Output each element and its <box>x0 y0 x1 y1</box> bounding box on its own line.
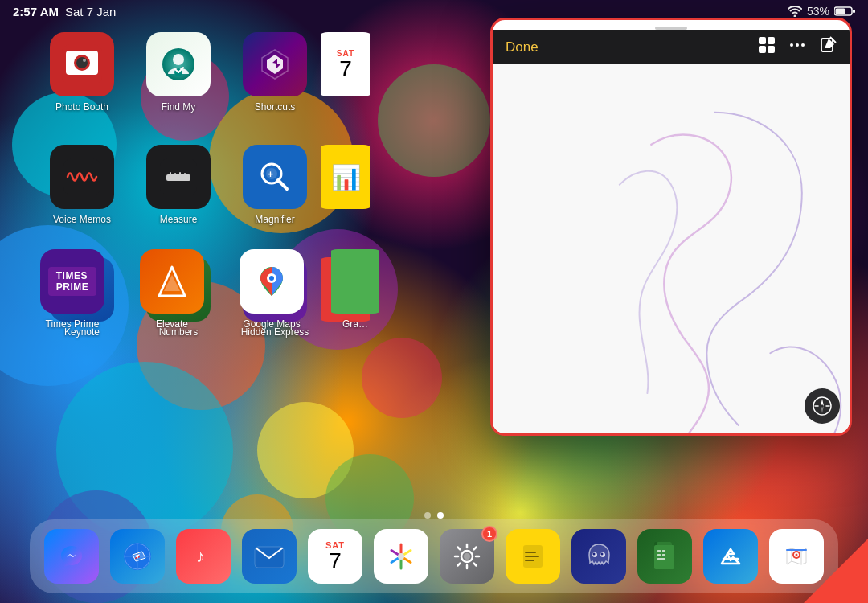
dock-music[interactable]: ♪ <box>176 529 231 584</box>
dock-calendar[interactable]: SAT 7 <box>308 529 362 584</box>
compass-icon <box>812 396 833 416</box>
times-prime-label: Times Prime <box>46 318 100 330</box>
settings-badge: 1 <box>481 526 497 542</box>
svg-point-53 <box>269 276 274 281</box>
panel-toolbar: Done <box>493 30 850 64</box>
wifi-icon <box>788 6 802 17</box>
svg-point-19 <box>76 57 88 68</box>
svg-marker-101 <box>804 539 868 603</box>
dock-settings[interactable]: 1 <box>440 529 494 584</box>
svg-point-74 <box>593 553 596 556</box>
app-partial-4[interactable]: Gra… <box>331 249 379 330</box>
svg-rect-33 <box>179 172 181 176</box>
app-google-maps[interactable]: Google Maps <box>231 249 312 330</box>
calendar-date: 7 <box>329 550 342 572</box>
page-dots <box>424 512 444 519</box>
elevate-app-icon <box>154 264 190 299</box>
elevate-label: Elevate <box>156 318 188 330</box>
find-my-label: Find My <box>162 101 196 113</box>
svg-rect-71 <box>525 560 534 561</box>
sheets-icon <box>637 529 692 584</box>
messenger-icon <box>44 529 99 584</box>
dock-messenger[interactable] <box>44 529 99 584</box>
dock-phantom[interactable] <box>571 529 626 584</box>
notes-panel: Done <box>490 18 852 436</box>
svg-marker-97 <box>821 399 824 406</box>
svg-rect-81 <box>657 554 661 556</box>
svg-marker-98 <box>821 406 824 413</box>
panel-toolbar-icons <box>758 36 837 58</box>
google-maps-label: Google Maps <box>243 318 300 330</box>
magnifier-app-icon: + <box>256 158 293 195</box>
svg-point-20 <box>83 59 86 62</box>
page-dot-2[interactable] <box>437 512 444 519</box>
svg-rect-14 <box>836 9 845 14</box>
svg-rect-70 <box>525 556 539 557</box>
google-maps-app-icon <box>253 263 290 300</box>
svg-rect-87 <box>759 37 766 44</box>
svg-point-67 <box>464 553 470 560</box>
app-magnifier[interactable]: + Magnifier <box>235 145 315 233</box>
dock-notes[interactable] <box>506 529 560 584</box>
svg-rect-34 <box>184 173 186 175</box>
svg-rect-78 <box>654 545 674 569</box>
shortcuts-app-icon <box>257 47 293 82</box>
app-elevate[interactable]: Elevate <box>132 249 212 330</box>
appstore-icon <box>703 529 758 584</box>
dock-safari[interactable] <box>110 529 165 584</box>
music-icon: ♪ <box>176 529 231 584</box>
svg-rect-32 <box>174 173 176 175</box>
svg-text:♪: ♪ <box>196 546 205 566</box>
svg-point-93 <box>801 43 805 47</box>
status-time: 2:57 AM <box>13 5 59 18</box>
app-shortcuts[interactable]: Shortcuts <box>235 32 315 121</box>
app-measure[interactable]: Measure <box>138 145 219 233</box>
compass-button[interactable] <box>805 388 840 424</box>
svg-rect-80 <box>662 550 665 552</box>
svg-line-36 <box>278 180 287 189</box>
svg-point-75 <box>601 553 604 556</box>
app-photo-booth[interactable]: Photo Booth <box>42 32 122 121</box>
shortcuts-label: Shortcuts <box>255 101 296 113</box>
dock-photos[interactable] <box>374 529 428 584</box>
dock: ♪ SAT 7 <box>30 519 838 593</box>
notes-icon <box>506 529 560 584</box>
svg-point-86 <box>796 554 798 556</box>
svg-rect-82 <box>662 554 665 556</box>
magnifier-label: Magnifier <box>255 214 294 225</box>
calendar-icon: SAT 7 <box>308 529 362 584</box>
app-row-4: TIMESPRIME Times Prime Elevate Google Ma… <box>32 249 379 330</box>
safari-icon <box>110 529 165 584</box>
dock-sheets[interactable] <box>637 529 692 584</box>
edit-icon[interactable] <box>819 36 837 58</box>
svg-point-91 <box>790 43 793 47</box>
battery-icon <box>834 6 855 17</box>
app-partial-1[interactable]: SAT 7 <box>321 32 370 121</box>
svg-rect-89 <box>759 46 766 53</box>
grid-view-icon[interactable] <box>758 36 776 58</box>
battery-percentage: 53% <box>807 5 829 18</box>
status-date: Sat 7 Jan <box>65 5 116 18</box>
dock-appstore[interactable] <box>703 529 758 584</box>
app-times-prime[interactable]: TIMESPRIME Times Prime <box>32 249 113 330</box>
svg-rect-83 <box>657 558 665 560</box>
svg-rect-90 <box>768 46 775 53</box>
app-find-my[interactable]: Find My <box>138 32 219 121</box>
svg-rect-31 <box>170 172 171 176</box>
panel-done-button[interactable]: Done <box>506 39 538 55</box>
voice-memos-app-icon <box>63 158 100 195</box>
dock-mail[interactable] <box>242 529 297 584</box>
mail-icon <box>242 529 297 584</box>
measure-app-icon <box>160 158 197 195</box>
app-voice-memos[interactable]: Voice Memos <box>42 145 122 233</box>
page-dot-1[interactable] <box>424 512 431 519</box>
drawing-canvas <box>493 64 850 433</box>
more-options-icon[interactable] <box>788 36 806 58</box>
voice-memos-label: Voice Memos <box>53 214 111 225</box>
svg-rect-69 <box>525 552 536 553</box>
photos-icon <box>374 529 428 584</box>
svg-point-92 <box>796 43 799 47</box>
svg-point-22 <box>173 54 184 65</box>
app-partial-2[interactable]: 📊 <box>321 145 370 233</box>
measure-label: Measure <box>160 214 198 225</box>
